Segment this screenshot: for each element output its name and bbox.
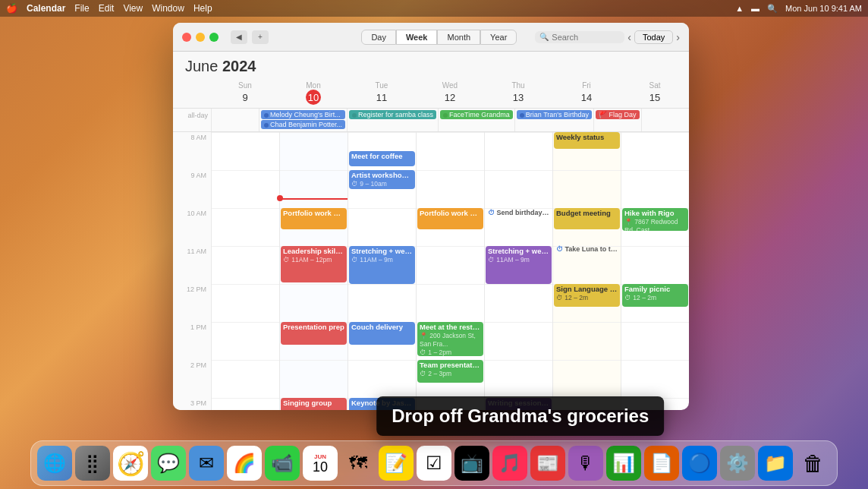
dock-calendar[interactable]: JUN 10 <box>303 446 338 481</box>
dock-numbers[interactable]: 📊 <box>606 446 641 481</box>
allday-mon: Melody Cheung's Birt... Chad Benjamin Po… <box>259 109 347 131</box>
prev-button[interactable]: ◀ <box>231 30 247 44</box>
search-box[interactable]: 🔍 <box>535 31 624 43</box>
dock-finder[interactable]: 🌐 <box>37 446 72 481</box>
dock-system-prefs[interactable]: ⚙️ <box>720 446 755 481</box>
dock-photos[interactable]: 🌈 <box>227 446 262 481</box>
event-portfolio-mon[interactable]: Portfolio work session <box>281 208 347 229</box>
search-icon: 🔍 <box>539 33 549 41</box>
menubar-right: ▲ ▬ 🔍 Mon Jun 10 9:41 AM <box>735 4 862 14</box>
apple-menu[interactable]: 🍎 <box>6 3 17 14</box>
day-header-sun: Sun 9 <box>211 78 279 108</box>
hour-9am: 9 AM <box>173 170 211 208</box>
menu-window[interactable]: Window <box>152 3 184 14</box>
dock-reminders[interactable]: ☑ <box>417 446 451 481</box>
dock-appstore[interactable]: 🔵 <box>682 446 717 481</box>
day-header-mon: Mon 10 <box>279 78 348 108</box>
allday-fri: 🚩 Flag Day <box>593 109 641 131</box>
event-artist-workshop[interactable]: Artist workshop kickoff! ⏱ 9 – 10am <box>349 170 415 189</box>
event-bday-card[interactable]: ⏱ Send birthday card to A... <box>486 208 552 223</box>
event-restaurant[interactable]: Meet at the restaurant 📍 200 Jackson St,… <box>417 322 483 356</box>
allday-event-facetime[interactable]: FaceTime Grandma <box>440 110 513 119</box>
close-button[interactable] <box>182 33 191 42</box>
time-gutter <box>173 78 211 108</box>
event-picnic[interactable]: Family picnic ⏱ 12 – 2m <box>622 284 688 307</box>
allday-event-flagday[interactable]: 🚩 Flag Day <box>596 110 640 119</box>
event-couch[interactable]: Couch delivery <box>349 322 415 345</box>
event-coffee[interactable]: Meet for coffee <box>349 151 415 166</box>
event-vet[interactable]: ⏱ Take Luna to the vet <box>554 244 620 260</box>
event-budget[interactable]: Budget meeting <box>554 208 620 229</box>
year: 2024 <box>222 58 256 74</box>
nav-forward[interactable]: › <box>676 31 680 43</box>
dock-files[interactable]: 📁 <box>758 446 793 481</box>
time-grid: 8 AM 9 AM 10 AM 11 AM 12 PM 1 PM 2 PM 3 … <box>173 132 689 410</box>
dock-tv[interactable]: 📺 <box>454 446 489 481</box>
event-stretching-tue[interactable]: Stretching + weights ⏱ 11AM – 9m <box>349 246 415 284</box>
dock-trash[interactable]: 🗑 <box>796 446 831 481</box>
day-header-thu: Thu 13 <box>484 78 552 108</box>
menu-file[interactable]: File <box>74 3 89 14</box>
nav-back[interactable]: ‹ <box>627 31 631 43</box>
allday-sun <box>211 109 259 131</box>
now-line <box>280 198 348 200</box>
search-input[interactable] <box>552 33 620 42</box>
desktop: 🍎 Calendar File Edit View Window Help ▲ … <box>0 0 868 489</box>
col-mon: Portfolio work session Leadership skills… <box>279 132 348 410</box>
dock-notes[interactable]: 📝 <box>379 446 414 481</box>
search-icon[interactable]: 🔍 <box>767 4 778 14</box>
event-team-presentation[interactable]: Team presentation ⏱ 2 – 3pm <box>417 360 483 383</box>
event-presentation-prep[interactable]: Presentation prep <box>281 322 347 345</box>
add-button[interactable]: + <box>252 30 269 44</box>
allday-row: all-day Melody Cheung's Birt... Chad Ben… <box>173 109 689 132</box>
tab-week[interactable]: Week <box>396 30 438 45</box>
allday-wed: FaceTime Grandma <box>438 109 514 131</box>
nav-controls: 🔍 ‹ Today › <box>532 30 680 44</box>
hour-11am: 11 AM <box>173 246 211 284</box>
traffic-lights <box>182 33 219 42</box>
dock-mail[interactable]: ✉ <box>189 446 224 481</box>
tab-month[interactable]: Month <box>437 30 480 45</box>
menu-help[interactable]: Help <box>193 3 212 14</box>
col-thu: ⏱ Send birthday card to A... Stretching … <box>484 132 552 410</box>
dock-pages[interactable]: 📄 <box>644 446 679 481</box>
tab-day[interactable]: Day <box>361 30 396 45</box>
dock-safari[interactable]: 🧭 <box>113 446 148 481</box>
maximize-button[interactable] <box>209 33 219 42</box>
menu-view[interactable]: View <box>123 3 143 14</box>
dock-music[interactable]: 🎵 <box>492 446 527 481</box>
allday-event-brian[interactable]: Brian Tran's Birthday <box>517 110 592 119</box>
time-col: 8 AM 9 AM 10 AM 11 AM 12 PM 1 PM 2 PM 3 … <box>173 132 211 410</box>
col-wed: Portfolio work session Meet at the resta… <box>416 132 484 410</box>
allday-label: all-day <box>173 109 211 131</box>
allday-event-chad[interactable]: Chad Benjamin Potter... <box>261 120 345 129</box>
dock-messages[interactable]: 💬 <box>151 446 186 481</box>
col-sun <box>211 132 279 410</box>
hour-8am: 8 AM <box>173 132 211 170</box>
allday-event-samba[interactable]: Register for samba class <box>349 110 436 119</box>
event-portfolio-wed[interactable]: Portfolio work session <box>417 208 483 229</box>
event-leadership[interactable]: Leadership skills workshop ⏱ 11AM – 12pm <box>281 246 347 282</box>
tab-year[interactable]: Year <box>480 30 517 45</box>
event-weekly-status[interactable]: Weekly status <box>554 132 620 149</box>
dock-facetime[interactable]: 📹 <box>265 446 300 481</box>
menu-edit[interactable]: Edit <box>99 3 115 14</box>
col-tue: Meet for coffee Artist workshop kickoff!… <box>348 132 416 410</box>
event-sign-language[interactable]: Sign Language Club ⏱ 12 – 2m <box>554 284 620 307</box>
allday-event-melody[interactable]: Melody Cheung's Birt... <box>261 110 345 119</box>
hour-1pm: 1 PM <box>173 322 211 360</box>
event-hike[interactable]: Hike with Rigo 📍 7867 Redwood Rd, Cast..… <box>622 208 688 231</box>
minimize-button[interactable] <box>196 33 205 42</box>
dock-podcast[interactable]: 🎙 <box>568 446 603 481</box>
event-stretching-thu[interactable]: Stretching + weights ⏱ 11AM – 9m <box>486 246 552 284</box>
dock-maps[interactable]: 🗺 <box>341 446 376 481</box>
hour-10am: 10 AM <box>173 208 211 246</box>
hour-2pm: 2 PM <box>173 360 211 398</box>
today-button[interactable]: Today <box>634 30 673 44</box>
menubar-left: 🍎 Calendar File Edit View Window Help <box>6 3 212 14</box>
event-singing[interactable]: Singing group <box>281 398 347 410</box>
dock-news[interactable]: 📰 <box>530 446 565 481</box>
battery-icon: ▬ <box>751 4 760 13</box>
dock-launchpad[interactable]: ⣿ <box>75 446 110 481</box>
app-name[interactable]: Calendar <box>27 3 65 14</box>
